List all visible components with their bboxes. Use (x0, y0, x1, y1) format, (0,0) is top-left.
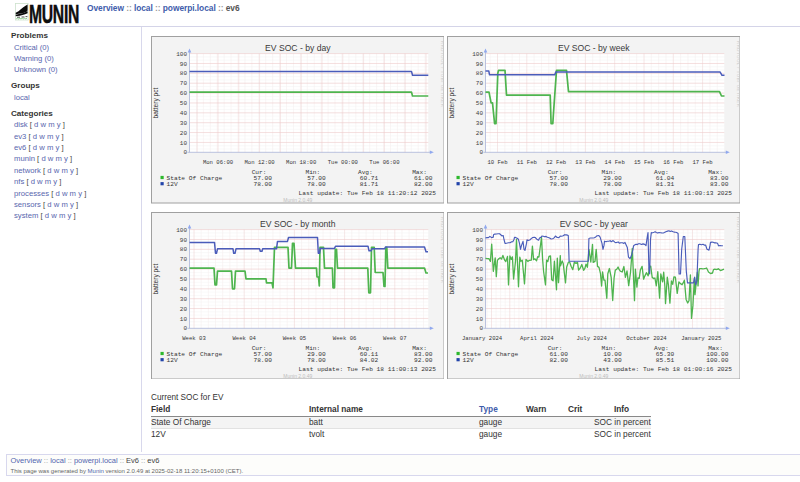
svg-text:80: 80 (179, 70, 187, 77)
svg-text:Week 05: Week 05 (282, 335, 306, 342)
svg-text:battery pct: battery pct (448, 87, 456, 118)
svg-text:0: 0 (479, 325, 483, 332)
svg-text:83.00: 83.00 (709, 181, 728, 188)
svg-text:Mon 12:00: Mon 12:00 (244, 159, 275, 166)
svg-text:Week 07: Week 07 (383, 335, 407, 342)
svg-text:78.00: 78.00 (307, 181, 326, 188)
svg-text:EV SOC - by year: EV SOC - by year (559, 219, 627, 229)
svg-text:Last update: Tue Feb 18 01:00:: Last update: Tue Feb 18 01:00:16 2025 (594, 366, 732, 373)
svg-text:20: 20 (179, 305, 187, 312)
svg-text:13 Feb: 13 Feb (575, 159, 595, 166)
svg-text:17 Feb: 17 Feb (692, 159, 712, 166)
svg-text:60: 60 (475, 266, 483, 273)
svg-text:100: 100 (472, 51, 483, 58)
svg-text:60: 60 (475, 90, 483, 97)
svg-text:78.00: 78.00 (603, 181, 622, 188)
svg-text:90: 90 (475, 61, 483, 68)
svg-text:Last update: Tue Feb 18 11:00:: Last update: Tue Feb 18 11:00:13 2025 (298, 366, 436, 373)
svg-text:78.00: 78.00 (253, 181, 272, 188)
svg-text:April 2024: April 2024 (520, 335, 554, 342)
svg-text:100: 100 (176, 226, 187, 233)
svg-text:July 2024: July 2024 (576, 335, 607, 342)
svg-text:90: 90 (179, 61, 187, 68)
svg-text:81.71: 81.71 (359, 181, 378, 188)
svg-text:Tue 06:00: Tue 06:00 (369, 159, 400, 166)
svg-text:RRDTOOL / TOBI OETIKER: RRDTOOL / TOBI OETIKER (736, 217, 741, 283)
svg-text:70: 70 (475, 80, 483, 87)
svg-text:90: 90 (475, 236, 483, 243)
svg-text:84.02: 84.02 (359, 357, 378, 364)
svg-text:80: 80 (475, 70, 483, 77)
svg-text:100: 100 (472, 226, 483, 233)
svg-text:92.00: 92.00 (413, 357, 432, 364)
svg-text:Munin 2.0.49: Munin 2.0.49 (579, 197, 608, 203)
svg-text:MUNIN: MUNIN (29, 1, 79, 25)
svg-text:battery pct: battery pct (152, 263, 160, 294)
svg-text:50: 50 (475, 100, 483, 107)
svg-text:EV SOC - by day: EV SOC - by day (265, 43, 331, 53)
svg-text:Munin 2.0.49: Munin 2.0.49 (579, 373, 608, 379)
svg-text:Mon 06:00: Mon 06:00 (202, 159, 233, 166)
svg-text:70: 70 (179, 256, 187, 263)
svg-text:90: 90 (179, 236, 187, 243)
svg-text:Munin 2.0.49: Munin 2.0.49 (283, 197, 312, 203)
svg-text:RRDTOOL / TOBI OETIKER: RRDTOOL / TOBI OETIKER (736, 41, 741, 107)
svg-text:Tue 00:00: Tue 00:00 (327, 159, 358, 166)
svg-text:60: 60 (179, 266, 187, 273)
svg-text:40: 40 (475, 285, 483, 292)
svg-text:RRDTOOL / TOBI OETIKER: RRDTOOL / TOBI OETIKER (440, 41, 445, 107)
svg-text:10: 10 (179, 315, 187, 322)
svg-text:14 Feb: 14 Feb (604, 159, 624, 166)
svg-text:Week 04: Week 04 (232, 335, 256, 342)
svg-text:10: 10 (475, 315, 483, 322)
svg-text:80: 80 (179, 246, 187, 253)
svg-text:RRDTOOL / TOBI OETIKER: RRDTOOL / TOBI OETIKER (440, 217, 445, 283)
svg-text:78.00: 78.00 (307, 357, 326, 364)
svg-text:12V: 12V (462, 357, 473, 364)
svg-text:70: 70 (179, 80, 187, 87)
svg-text:Last update: Tue Feb 18 11:00:: Last update: Tue Feb 18 11:00:13 2025 (594, 190, 732, 197)
svg-text:11 Feb: 11 Feb (516, 159, 536, 166)
svg-text:battery pct: battery pct (152, 87, 160, 118)
svg-text:43.00: 43.00 (603, 357, 622, 364)
svg-text:85.51: 85.51 (655, 357, 674, 364)
svg-text:12V: 12V (462, 181, 473, 188)
svg-text:20: 20 (475, 305, 483, 312)
svg-text:30: 30 (179, 120, 187, 127)
svg-text:78.00: 78.00 (549, 181, 568, 188)
svg-text:40: 40 (179, 285, 187, 292)
svg-text:70: 70 (475, 256, 483, 263)
svg-text:82.00: 82.00 (549, 357, 568, 364)
svg-text:12V: 12V (166, 181, 177, 188)
svg-text:January 2024: January 2024 (461, 335, 502, 342)
svg-text:20: 20 (475, 130, 483, 137)
svg-text:October 2024: October 2024 (626, 335, 667, 342)
svg-text:30: 30 (179, 295, 187, 302)
svg-text:Munin 2.0.49: Munin 2.0.49 (283, 373, 312, 379)
svg-text:10: 10 (475, 140, 483, 147)
svg-text:12 Feb: 12 Feb (546, 159, 566, 166)
svg-text:EV SOC - by month: EV SOC - by month (260, 219, 336, 229)
svg-text:EV SOC - by week: EV SOC - by week (557, 43, 629, 53)
svg-text:16 Feb: 16 Feb (663, 159, 683, 166)
svg-text:January 2025: January 2025 (681, 335, 721, 342)
svg-text:30: 30 (475, 295, 483, 302)
svg-text:60: 60 (179, 90, 187, 97)
svg-text:40: 40 (475, 110, 483, 117)
svg-text:20: 20 (179, 130, 187, 137)
svg-text:82.00: 82.00 (413, 181, 432, 188)
svg-text:30: 30 (475, 120, 483, 127)
svg-text:Week 03: Week 03 (182, 335, 206, 342)
svg-text:10 Feb: 10 Feb (487, 159, 507, 166)
svg-text:50: 50 (179, 100, 187, 107)
svg-text:100.00: 100.00 (706, 357, 729, 364)
svg-text:12V: 12V (166, 357, 177, 364)
svg-text:100: 100 (176, 51, 187, 58)
svg-text:50: 50 (179, 276, 187, 283)
svg-text:50: 50 (475, 276, 483, 283)
svg-text:Mon 18:00: Mon 18:00 (286, 159, 317, 166)
svg-text:0: 0 (479, 149, 483, 156)
svg-text:0: 0 (183, 149, 187, 156)
svg-text:78.00: 78.00 (253, 357, 272, 364)
svg-text:10: 10 (179, 140, 187, 147)
